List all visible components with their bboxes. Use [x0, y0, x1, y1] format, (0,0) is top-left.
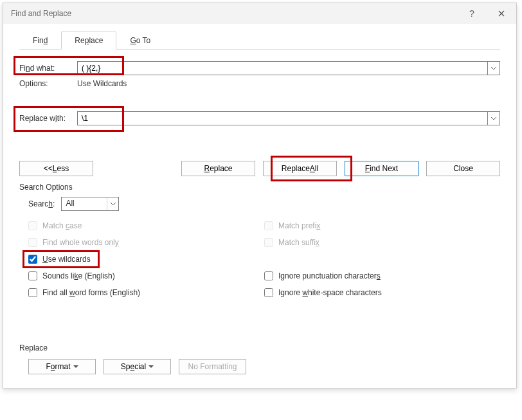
title-bar: Find and Replace ? — [3, 3, 516, 24]
options-row: Options: Use Wildcards — [19, 79, 500, 88]
replace-with-input[interactable] — [77, 111, 487, 125]
find-what-row: Find what: — [19, 61, 500, 75]
button-row: << Less Replace Replace All Find Next Cl… — [19, 161, 500, 176]
ignore-ws-input[interactable] — [264, 288, 273, 297]
ignore-punct-input[interactable] — [264, 271, 273, 280]
options-value: Use Wildcards — [77, 79, 127, 88]
bottom-legend: Replace — [19, 343, 500, 352]
checkboxes-left: Match case Find whole words only Use wil… — [19, 217, 264, 301]
close-icon — [498, 10, 505, 17]
search-direction-label: Search: — [28, 199, 55, 208]
find-what-input[interactable] — [77, 61, 487, 75]
replace-with-label: Replace with: — [19, 114, 77, 123]
all-word-forms-check[interactable]: Find all word forms (English) — [28, 284, 264, 301]
match-suffix-input — [264, 238, 273, 247]
ignore-punct-label: Ignore punctuation characters — [278, 271, 381, 280]
use-wildcards-check[interactable]: Use wildcards — [28, 251, 264, 268]
no-formatting-button: No Formatting — [179, 359, 246, 374]
special-button[interactable]: Special — [104, 359, 171, 374]
caret-down-icon — [73, 365, 78, 368]
replace-with-dropdown[interactable] — [487, 111, 500, 125]
help-button[interactable]: ? — [457, 3, 487, 24]
find-what-label: Find what: — [19, 64, 77, 73]
match-prefix-input — [264, 221, 273, 230]
search-direction-value: All — [62, 197, 107, 210]
whole-words-label: Find whole words only — [42, 238, 119, 247]
search-options-label: Search Options — [19, 183, 500, 192]
match-prefix-check: Match prefix — [264, 217, 500, 234]
format-button[interactable]: Format — [28, 359, 96, 374]
tab-strip: Find Replace Go To — [3, 24, 516, 50]
close-dialog-button[interactable]: Close — [426, 161, 500, 176]
bottom-section: Replace Format Special No Formatting — [3, 343, 516, 383]
find-replace-dialog: Find and Replace ? Find Replace Go To Fi… — [3, 3, 517, 388]
sounds-like-input[interactable] — [28, 271, 37, 280]
use-wildcards-input[interactable] — [28, 255, 37, 264]
sounds-like-check[interactable]: Sounds like (English) — [28, 268, 264, 284]
ignore-ws-label: Ignore white-space characters — [278, 288, 382, 297]
close-button[interactable] — [487, 3, 516, 24]
replace-all-button[interactable]: Replace All — [263, 161, 337, 176]
chevron-down-icon — [491, 67, 496, 70]
search-direction-row: Search: All — [19, 197, 500, 211]
match-suffix-label: Match suffix — [278, 238, 320, 247]
caret-down-icon — [148, 365, 154, 368]
find-what-dropdown[interactable] — [487, 61, 500, 75]
match-case-label: Match case — [42, 221, 82, 230]
match-suffix-check: Match suffix — [264, 234, 500, 251]
all-word-forms-input[interactable] — [28, 288, 37, 297]
checkboxes-area: Match case Find whole words only Use wil… — [19, 217, 500, 301]
search-direction-dropdown[interactable] — [107, 197, 118, 210]
replace-button[interactable]: Replace — [181, 161, 255, 176]
use-wildcards-label: Use wildcards — [42, 255, 91, 264]
options-label: Options: — [19, 79, 77, 88]
search-direction-select[interactable]: All — [61, 197, 119, 211]
match-case-input — [28, 221, 37, 230]
all-word-forms-label: Find all word forms (English) — [42, 288, 140, 297]
sounds-like-label: Sounds like (English) — [42, 271, 115, 280]
tab-replace[interactable]: Replace — [61, 32, 116, 50]
chevron-down-icon — [491, 117, 496, 120]
match-prefix-label: Match prefix — [278, 221, 320, 230]
match-case-check: Match case — [28, 217, 264, 234]
less-button[interactable]: << Less — [19, 161, 93, 176]
tab-find[interactable]: Find — [19, 32, 61, 50]
whole-words-input — [28, 238, 37, 247]
replace-with-row: Replace with: — [19, 111, 500, 125]
tab-goto[interactable]: Go To — [116, 32, 164, 50]
whole-words-check: Find whole words only — [28, 234, 264, 251]
checkboxes-right: Match prefix Match suffix Ignore punctua… — [264, 217, 500, 301]
find-next-button[interactable]: Find Next — [345, 161, 419, 176]
chevron-down-icon — [111, 203, 116, 206]
dialog-title: Find and Replace — [11, 9, 457, 18]
replace-with-combo — [77, 111, 500, 125]
bottom-buttons: Format Special No Formatting — [19, 359, 500, 374]
find-what-combo — [77, 61, 500, 75]
content-area: Find what: Options: Use Wildcards Replac… — [3, 50, 516, 310]
ignore-punct-check[interactable]: Ignore punctuation characters — [264, 268, 500, 284]
ignore-ws-check[interactable]: Ignore white-space characters — [264, 284, 500, 301]
